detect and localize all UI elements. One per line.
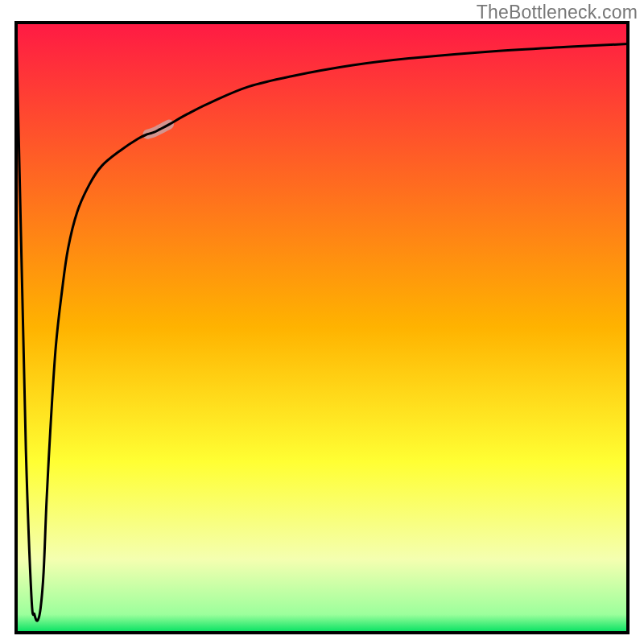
plot-background: [16, 23, 628, 633]
bottleneck-chart: [0, 0, 644, 644]
chart-container: TheBottleneck.com: [0, 0, 644, 644]
watermark-text: TheBottleneck.com: [477, 2, 638, 23]
